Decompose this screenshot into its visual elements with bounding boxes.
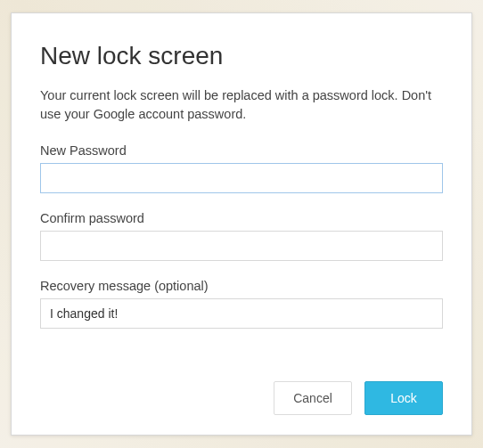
recovery-message-field-group: Recovery message (optional)	[40, 279, 443, 329]
dialog-description: Your current lock screen will be replace…	[40, 86, 443, 124]
confirm-password-input[interactable]	[40, 231, 443, 261]
cancel-button[interactable]: Cancel	[274, 381, 352, 415]
lock-button[interactable]: Lock	[364, 381, 443, 415]
dialog-actions: Cancel Lock	[40, 372, 443, 415]
new-password-label: New Password	[40, 143, 443, 158]
new-password-input[interactable]	[40, 163, 443, 193]
confirm-password-label: Confirm password	[40, 211, 443, 225]
new-lock-screen-dialog: New lock screen Your current lock screen…	[11, 12, 472, 436]
recovery-message-input[interactable]	[40, 298, 443, 329]
confirm-password-field-group: Confirm password	[40, 211, 443, 261]
dialog-title: New lock screen	[40, 42, 443, 70]
recovery-message-label: Recovery message (optional)	[40, 279, 443, 293]
new-password-field-group: New Password	[40, 143, 443, 193]
